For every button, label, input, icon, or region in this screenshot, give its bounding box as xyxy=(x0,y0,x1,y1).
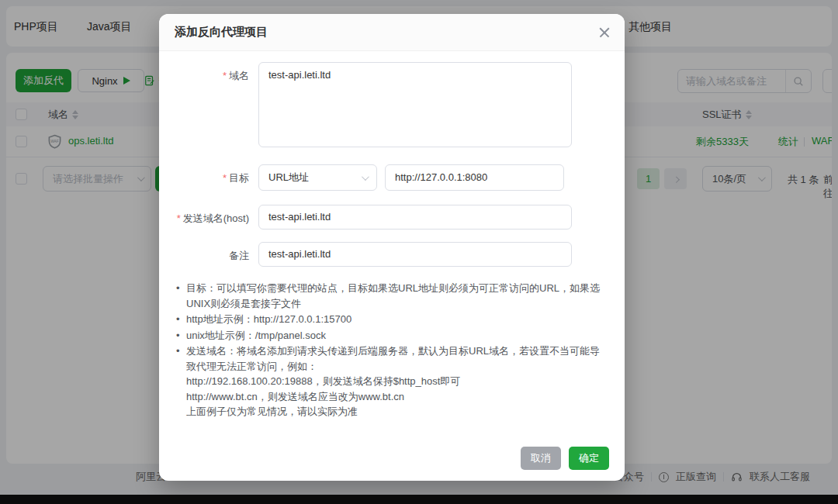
domain-textarea[interactable]: test-api.leti.ltd xyxy=(258,62,572,147)
host-input[interactable]: test-api.leti.ltd xyxy=(258,205,572,230)
target-field-label: *目标 xyxy=(159,164,258,191)
form-row-host: *发送域名(host) test-api.leti.ltd xyxy=(159,205,625,230)
tip-item: 目标：可以填写你需要代理的站点，目标如果选URL地址则必须为可正常访问的URL，… xyxy=(175,281,606,311)
tip-item: 发送域名：将域名添加到请求头传递到后端服务器，默认为目标URL域名，若设置不当可… xyxy=(175,343,606,419)
confirm-button[interactable]: 确定 xyxy=(569,447,609,470)
remark-field-label: 备注 xyxy=(159,242,258,267)
required-mark: * xyxy=(223,70,227,81)
form-row-remark: 备注 test-api.leti.ltd xyxy=(159,242,625,267)
target-type-select[interactable]: URL地址 xyxy=(258,164,377,191)
modal-header: 添加反向代理项目 xyxy=(159,14,625,51)
required-mark: * xyxy=(223,172,227,184)
tip-subline: http://192.168.100.20:19888，则发送域名保持$http… xyxy=(186,374,606,389)
tip-item: unix地址示例：/tmp/panel.sock xyxy=(175,328,606,343)
help-tips-list: 目标：可以填写你需要代理的站点，目标如果选URL地址则必须为可正常访问的URL，… xyxy=(175,281,606,419)
add-reverse-proxy-modal: 添加反向代理项目 *域名 test-api.leti.ltd *目标 URL地址… xyxy=(159,14,625,481)
domain-field-label: *域名 xyxy=(159,62,258,147)
host-field-label: *发送域名(host) xyxy=(159,205,258,230)
tip-subline: http://www.bt.cn，则发送域名应当改为www.bt.cn xyxy=(186,389,606,405)
target-type-value: URL地址 xyxy=(268,171,309,185)
chevron-down-icon xyxy=(362,173,369,181)
remark-input[interactable]: test-api.leti.ltd xyxy=(258,242,572,267)
close-icon[interactable] xyxy=(597,25,612,40)
form-row-target: *目标 URL地址 http://127.0.0.1:8080 xyxy=(159,164,625,191)
form-row-domain: *域名 test-api.leti.ltd xyxy=(159,62,625,147)
modal-title: 添加反向代理项目 xyxy=(175,25,268,40)
modal-body: *域名 test-api.leti.ltd *目标 URL地址 http://1… xyxy=(159,51,625,419)
modal-footer: 取消 确定 xyxy=(521,447,609,470)
target-url-input[interactable]: http://127.0.0.1:8080 xyxy=(385,164,564,191)
screen: PHP项目 Java项目 其他项目 添加反代 Nginx 需 请输入域名或 xyxy=(0,0,838,504)
required-mark: * xyxy=(177,212,181,224)
screenshot-bottom-bar xyxy=(0,495,838,504)
cancel-button[interactable]: 取消 xyxy=(521,447,561,470)
tip-subline: 上面例子仅为常见情况，请以实际为准 xyxy=(186,404,606,419)
tip-item: http地址示例：http://127.0.0.1:15700 xyxy=(175,312,606,327)
